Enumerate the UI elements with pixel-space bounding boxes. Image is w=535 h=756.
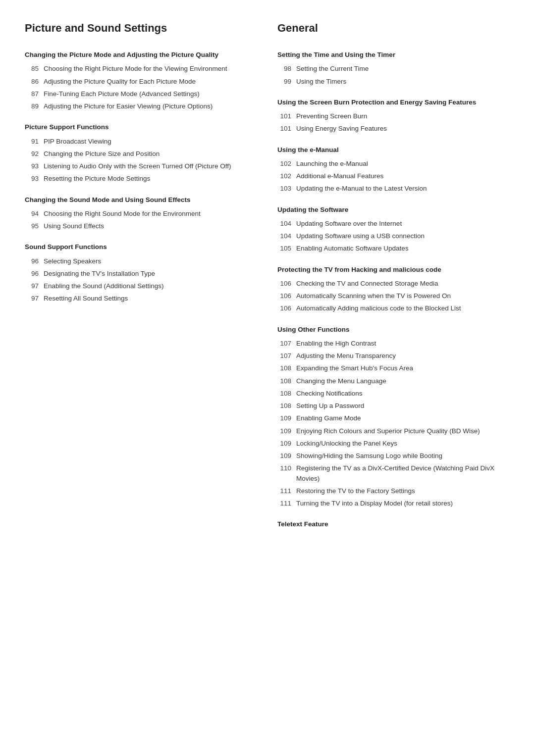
toc-item-label: Fine-Tuning Each Picture Mode (Advanced … <box>44 89 258 99</box>
toc-page-number: 104 <box>277 231 291 241</box>
toc-item-label: Registering the TV as a DivX-Certified D… <box>296 463 510 484</box>
toc-item-label: PIP Broadcast Viewing <box>44 137 258 147</box>
toc-item: 93Listening to Audio Only with the Scree… <box>25 161 258 171</box>
toc-item: 86Adjusting the Picture Quality for Each… <box>25 77 258 87</box>
toc-item: 94Choosing the Right Sound Mode for the … <box>25 209 258 219</box>
toc-page-number: 101 <box>277 111 291 121</box>
toc-item-label: Expanding the Smart Hub's Focus Area <box>296 363 510 373</box>
toc-item-label: Enabling the Sound (Additional Settings) <box>44 281 258 291</box>
toc-item: 97Enabling the Sound (Additional Setting… <box>25 281 258 291</box>
toc-page-number: 102 <box>277 171 291 181</box>
toc-item-label: Designating the TV's Installation Type <box>44 269 258 279</box>
toc-page-number: 89 <box>25 101 39 111</box>
subsection-heading: Using the Screen Burn Protection and Ene… <box>277 98 510 107</box>
toc-item-label: Restoring the TV to the Factory Settings <box>296 486 510 496</box>
right-title: General <box>277 20 510 36</box>
toc-page-number: 101 <box>277 124 291 134</box>
subsection-heading: Using Other Functions <box>277 325 510 335</box>
toc-item-label: Resetting the Picture Mode Settings <box>44 174 258 184</box>
left-title: Picture and Sound Settings <box>25 20 258 36</box>
toc-page-number: 111 <box>277 499 291 508</box>
toc-item-label: Selecting Speakers <box>44 256 258 266</box>
toc-item: 106Automatically Adding malicious code t… <box>277 303 510 313</box>
toc-item: 111Turning the TV into a Display Model (… <box>277 499 510 508</box>
subsection-heading: Changing the Sound Mode and Using Sound … <box>25 195 258 205</box>
subsection-heading: Setting the Time and Using the Timer <box>277 50 510 60</box>
toc-item: 104Updating Software using a USB connect… <box>277 231 510 241</box>
toc-page-number: 109 <box>277 426 291 436</box>
toc-item: 91PIP Broadcast Viewing <box>25 137 258 147</box>
toc-item: 87Fine-Tuning Each Picture Mode (Advance… <box>25 89 258 99</box>
toc-page-number: 109 <box>277 413 291 423</box>
toc-item: 98Setting the Current Time <box>277 64 510 74</box>
toc-page-number: 96 <box>25 256 39 266</box>
toc-item-label: Enabling Game Mode <box>296 413 510 423</box>
subsection-heading: Changing the Picture Mode and Adjusting … <box>25 50 258 60</box>
toc-item: 108Expanding the Smart Hub's Focus Area <box>277 363 510 373</box>
toc-item-label: Using the Timers <box>296 77 510 87</box>
toc-page-number: 94 <box>25 209 39 219</box>
toc-item: 103Updating the e-Manual to the Latest V… <box>277 184 510 194</box>
toc-page-number: 108 <box>277 401 291 411</box>
toc-item: 106Checking the TV and Connected Storage… <box>277 279 510 289</box>
toc-page-number: 87 <box>25 89 39 99</box>
toc-page-number: 85 <box>25 64 39 74</box>
toc-item: 105Enabling Automatic Software Updates <box>277 244 510 253</box>
toc-page-number: 99 <box>277 77 291 87</box>
toc-item-label: Turning the TV into a Display Model (for… <box>296 499 510 508</box>
toc-item-label: Choosing the Right Picture Mode for the … <box>44 64 258 74</box>
toc-item-label: Checking the TV and Connected Storage Me… <box>296 279 510 289</box>
toc-item: 101Using Energy Saving Features <box>277 124 510 134</box>
toc-page-number: 110 <box>277 463 291 484</box>
toc-item: 99Using the Timers <box>277 77 510 87</box>
toc-page-number: 108 <box>277 376 291 386</box>
toc-item-label: Setting the Current Time <box>296 64 510 74</box>
toc-item-label: Adjusting the Picture for Easier Viewing… <box>44 101 258 111</box>
toc-item-label: Enabling the High Contrast <box>296 339 510 349</box>
toc-page-number: 93 <box>25 174 39 184</box>
toc-item: 108Changing the Menu Language <box>277 376 510 386</box>
toc-page-number: 106 <box>277 279 291 289</box>
toc-item-label: Preventing Screen Burn <box>296 111 510 121</box>
toc-item-label: Choosing the Right Sound Mode for the En… <box>44 209 258 219</box>
left-column: Picture and Sound Settings Changing the … <box>25 20 258 534</box>
toc-item: 96Designating the TV's Installation Type <box>25 269 258 279</box>
right-sections: Setting the Time and Using the Timer98Se… <box>277 50 510 530</box>
toc-page-number: 102 <box>277 159 291 169</box>
toc-item: 92Changing the Picture Size and Position <box>25 149 258 159</box>
toc-item: 101Preventing Screen Burn <box>277 111 510 121</box>
toc-page-number: 106 <box>277 303 291 313</box>
toc-item: 109Enabling Game Mode <box>277 413 510 423</box>
toc-item-label: Adjusting the Menu Transparency <box>296 351 510 361</box>
toc-item: 109Enjoying Rich Colours and Superior Pi… <box>277 426 510 436</box>
toc-page-number: 93 <box>25 161 39 171</box>
subsection-heading: Protecting the TV from Hacking and malic… <box>277 265 510 275</box>
toc-page-number: 111 <box>277 486 291 496</box>
toc-page-number: 109 <box>277 451 291 461</box>
toc-item-label: Locking/Unlocking the Panel Keys <box>296 439 510 449</box>
toc-page-number: 91 <box>25 137 39 147</box>
toc-page-number: 107 <box>277 339 291 349</box>
toc-item: 107Adjusting the Menu Transparency <box>277 351 510 361</box>
toc-item: 93Resetting the Picture Mode Settings <box>25 174 258 184</box>
right-column: General Setting the Time and Using the T… <box>277 20 510 534</box>
toc-item: 108Checking Notifications <box>277 389 510 399</box>
toc-item: 102Additional e-Manual Features <box>277 171 510 181</box>
toc-page-number: 108 <box>277 363 291 373</box>
toc-item-label: Updating Software using a USB connection <box>296 231 510 241</box>
toc-item: 107Enabling the High Contrast <box>277 339 510 349</box>
toc-item-label: Updating the e-Manual to the Latest Vers… <box>296 184 510 194</box>
toc-page-number: 98 <box>277 64 291 74</box>
toc-item-label: Updating Software over the Internet <box>296 219 510 229</box>
toc-item-label: Enjoying Rich Colours and Superior Pictu… <box>296 426 510 436</box>
toc-item: 89Adjusting the Picture for Easier Viewi… <box>25 101 258 111</box>
toc-page-number: 103 <box>277 184 291 194</box>
toc-item: 104Updating Software over the Internet <box>277 219 510 229</box>
toc-page-number: 106 <box>277 291 291 301</box>
page-layout: Picture and Sound Settings Changing the … <box>25 20 510 534</box>
subsection-heading: Picture Support Functions <box>25 122 258 132</box>
toc-page-number: 96 <box>25 269 39 279</box>
toc-item: 97Resetting All Sound Settings <box>25 294 258 303</box>
toc-item-label: Additional e-Manual Features <box>296 171 510 181</box>
toc-item-label: Showing/Hiding the Samsung Logo while Bo… <box>296 451 510 461</box>
